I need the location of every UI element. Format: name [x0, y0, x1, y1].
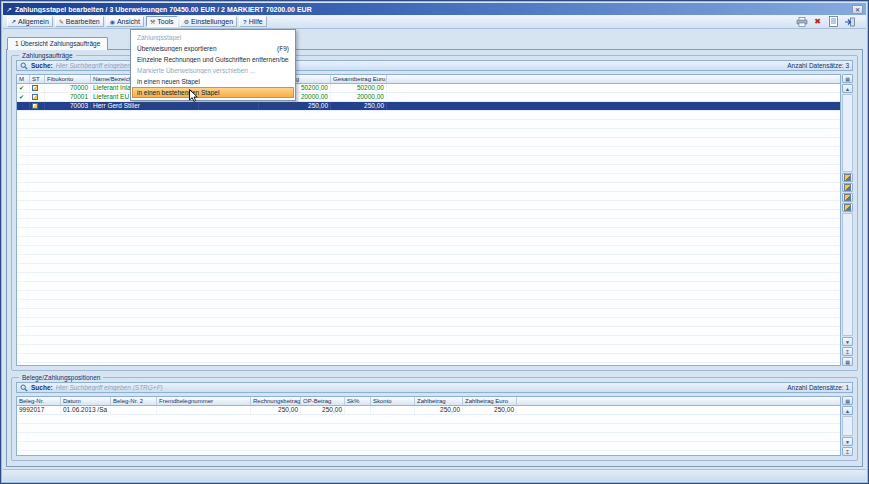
sum-button[interactable]: Σ	[842, 347, 853, 356]
menu-einstellungen-label: Einstellungen	[191, 18, 233, 25]
grid-extra-icon	[845, 185, 850, 190]
scrollbar-track[interactable]	[842, 416, 853, 436]
scroll-up-button[interactable]: ▲	[842, 84, 853, 93]
marked-check-icon: ✔	[19, 94, 24, 100]
table-row[interactable]: 9992017 01.06.2013 /Sa 250,00 250,00 250…	[17, 406, 840, 415]
column-header-gesamtbetrag-euro[interactable]: Gesamtbetrag Euro	[331, 75, 387, 83]
menu-allgemein[interactable]: ↗ Allgemein	[7, 16, 53, 27]
cell-fibukonto: 70001	[45, 93, 91, 101]
title-bar: ↗ Zahlungsstapel bearbeiten / 3 Überweis…	[3, 3, 866, 15]
grid-extra-button-2[interactable]	[842, 183, 853, 192]
menu-shortcut: (F9)	[277, 45, 289, 52]
scroll-down-button[interactable]: ▼	[842, 337, 853, 346]
settings-gear-icon: ⚙	[184, 19, 189, 25]
menu-einstellungen[interactable]: ⚙ Einstellungen	[180, 16, 237, 27]
search-icon	[20, 62, 28, 70]
grid-extra-icon	[845, 195, 850, 200]
positions-table: Beleg-Nr. Datum Beleg-Nr. 2 Fremdbelegnu…	[16, 396, 841, 456]
column-header-zahlbetrag-euro[interactable]: Zahlbetrag Euro	[463, 397, 517, 405]
payment-type-icon	[32, 103, 38, 109]
cell-gesamtbetrag: 250,00	[259, 102, 331, 110]
marked-check-icon: ✔	[19, 85, 24, 91]
scroll-down-button[interactable]: ▼	[842, 437, 853, 446]
scrollbar-track[interactable]	[842, 213, 853, 336]
column-header-fremdbelegnummer[interactable]: Fremdbelegnummer	[157, 397, 251, 405]
menu-tools[interactable]: ⚒ Tools	[146, 16, 178, 27]
help-icon: ?	[243, 19, 247, 25]
zahlungsauftraege-group-label: Zahlungsaufträge	[19, 52, 76, 60]
column-header-beleg-nr-2[interactable]: Beleg-Nr. 2	[111, 397, 157, 405]
scrollbar-track[interactable]	[842, 94, 853, 172]
menu-item-einzelne-rechnungen-entfernen[interactable]: Einzelne Rechnungen und Gutschriften ent…	[132, 54, 294, 65]
delete-button[interactable]: ✖	[811, 16, 824, 28]
cell-gesamtbetrag-euro: 50200,00	[331, 84, 387, 92]
allgemein-icon: ↗	[11, 19, 16, 25]
grid-extra-icon	[845, 175, 850, 180]
grid-extra-button-1[interactable]	[842, 173, 853, 182]
close-window-button[interactable]: ✕	[852, 5, 863, 14]
cell-name: Herr Gerd Stiller	[91, 102, 199, 110]
menu-item-in-bestehenden-stapel[interactable]: in einen bestehenden Stapel	[132, 87, 294, 98]
menu-item-zahlungsstapel: Zahlungsstapel	[132, 32, 294, 43]
payments-table: M ST Fibukonto Name/Bezeichnung Gesamtbe…	[16, 74, 841, 366]
menu-ansicht[interactable]: ◉ Ansicht	[106, 16, 144, 27]
cell-op-betrag: 250,00	[301, 406, 345, 414]
menu-tools-label: Tools	[157, 18, 173, 25]
column-header-filler	[387, 75, 840, 83]
scroll-up-button[interactable]: ▲	[842, 406, 853, 415]
cell-gesamtbetrag-euro: 20000,00	[331, 93, 387, 101]
edit-pencil-icon: ✎	[59, 19, 64, 25]
positions-search-input[interactable]: Hier Suchbegriff eingeben (STRG+F)	[56, 384, 163, 391]
table-row-selected[interactable]: 70003 Herr Gerd Stiller 250,00 250,00	[17, 102, 840, 111]
menu-hilfe[interactable]: ? Hilfe	[239, 16, 267, 27]
grid-extra-button-4[interactable]	[842, 203, 853, 212]
app-icon: ↗	[6, 6, 12, 13]
window-title: Zahlungsstapel bearbeiten / 3 Überweisun…	[15, 6, 849, 13]
belege-zahlungspositionen-group: Belege/Zahlungspositionen Suche: Hier Su…	[11, 377, 858, 461]
search-label: Suche:	[31, 384, 53, 391]
column-header-skonto[interactable]: Skonto	[371, 397, 415, 405]
empty-rows-area	[17, 415, 840, 455]
column-header-datum[interactable]: Datum	[61, 397, 111, 405]
search-icon	[20, 384, 28, 392]
column-header-rechnungsbetrag[interactable]: Rechnungsbetrag	[251, 397, 301, 405]
cell-rechnungsbetrag: 250,00	[251, 406, 301, 414]
menu-hilfe-label: Hilfe	[249, 18, 263, 25]
print-icon	[796, 17, 808, 27]
column-header-st[interactable]: ST	[30, 75, 45, 83]
grid-extra-button-3[interactable]	[842, 193, 853, 202]
positions-record-count: Anzahl Datensätze: 1	[787, 384, 849, 391]
payment-type-icon	[32, 85, 38, 91]
tab-uebersicht-zahlungsauftraege[interactable]: 1 Übersicht Zahlungsaufträge	[7, 37, 108, 50]
cell-zahlbetrag-euro: 250,00	[463, 406, 517, 414]
print-button[interactable]	[795, 16, 808, 28]
menu-bearbeiten[interactable]: ✎ Bearbeiten	[55, 16, 104, 27]
positions-table-header: Beleg-Nr. Datum Beleg-Nr. 2 Fremdbelegnu…	[17, 397, 840, 406]
column-header-fibukonto[interactable]: Fibukonto	[45, 75, 91, 83]
menu-ansicht-label: Ansicht	[117, 18, 140, 25]
sum-button[interactable]: Σ	[842, 447, 853, 456]
columns-button[interactable]: ▦	[842, 74, 853, 83]
positions-grid-sidebar: ▦ ▲ ▼ Σ	[842, 396, 853, 456]
empty-rows-area	[17, 111, 840, 365]
columns-button[interactable]: ▦	[842, 396, 853, 405]
view-icon: ◉	[110, 19, 115, 25]
exit-button[interactable]	[843, 16, 856, 28]
column-header-sk[interactable]: Sk%	[345, 397, 371, 405]
document-button[interactable]	[827, 16, 840, 28]
status-bar	[3, 469, 866, 481]
mouse-cursor	[189, 89, 201, 103]
column-header-beleg-nr[interactable]: Beleg-Nr.	[17, 397, 61, 405]
tools-menu: Zahlungsstapel Überweisungen exportieren…	[130, 29, 296, 101]
menu-item-ueberweisungen-exportieren[interactable]: Überweisungen exportieren (F9)	[132, 43, 294, 54]
cell-fremdbelegnummer	[157, 406, 251, 414]
grid-view-button[interactable]: ▦	[842, 357, 853, 366]
column-header-m[interactable]: M	[17, 75, 30, 83]
column-header-op-betrag[interactable]: OP-Betrag	[301, 397, 345, 405]
menu-item-in-neuen-stapel[interactable]: in einen neuen Stapel	[132, 76, 294, 87]
cell-gesamtbetrag-euro: 250,00	[331, 102, 387, 110]
cell-skonto	[371, 406, 415, 414]
cell-datum: 01.06.2013 /Sa	[61, 406, 111, 414]
menu-bar: ↗ Allgemein ✎ Bearbeiten ◉ Ansicht ⚒ Too…	[3, 15, 866, 29]
column-header-zahlbetrag[interactable]: Zahlbetrag	[415, 397, 463, 405]
